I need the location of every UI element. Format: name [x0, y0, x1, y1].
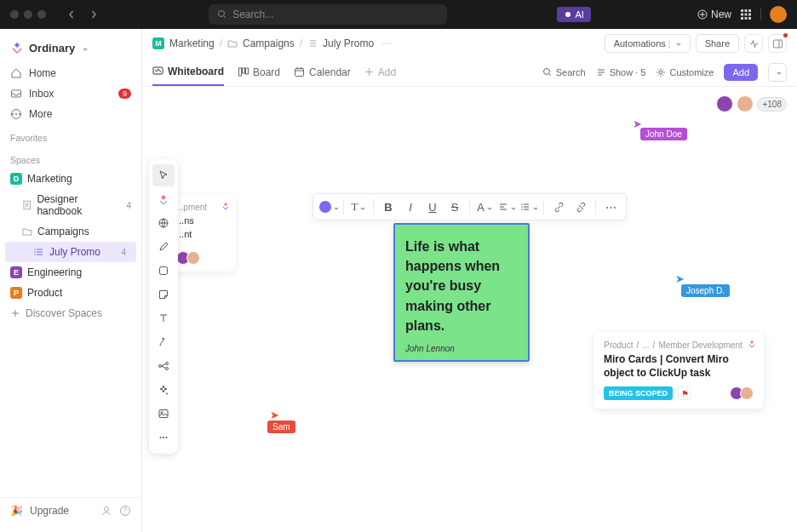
home-icon — [10, 67, 22, 79]
tool-sticky[interactable] — [152, 283, 175, 306]
svg-point-1 — [565, 12, 571, 17]
format-align[interactable] — [496, 197, 517, 217]
tool-shape[interactable] — [152, 260, 175, 282]
gear-icon — [656, 67, 666, 77]
customize-button[interactable]: Customize — [656, 67, 714, 77]
calendar-icon — [294, 66, 305, 77]
nav-home[interactable]: Home — [0, 63, 141, 83]
folder-designer-handbook[interactable]: Designer handbook 4 — [0, 189, 141, 221]
format-list[interactable] — [519, 197, 539, 217]
avatar[interactable] — [770, 6, 787, 23]
svg-point-40 — [163, 437, 164, 438]
tab-whiteboard[interactable]: Whiteboard — [152, 58, 224, 86]
space-icon: D — [10, 173, 22, 185]
tool-connector[interactable] — [152, 331, 175, 353]
tool-more[interactable] — [152, 426, 175, 449]
nav-more[interactable]: More — [0, 104, 141, 124]
card-title-1: ...ns — [176, 215, 227, 226]
format-typography[interactable]: T — [348, 197, 369, 217]
cursor-john: John Doe — [640, 128, 687, 140]
task-card-2[interactable]: Product/ .../ Member Development Miro Ca… — [593, 332, 764, 409]
apps-icon[interactable] — [740, 9, 752, 20]
svg-point-44 — [521, 209, 522, 209]
task-card[interactable]: ...pment ...ns ...nt — [168, 196, 236, 272]
tool-image[interactable] — [152, 403, 175, 425]
card-title-2: ...nt — [176, 229, 227, 239]
sticky-quote: Life is what happens when you're busy ma… — [405, 237, 518, 335]
folder-icon — [227, 38, 238, 49]
automations-button[interactable]: Automations | — [605, 34, 691, 53]
space-engineering[interactable]: E Engineering — [0, 262, 141, 283]
person-icon[interactable] — [100, 505, 112, 517]
tool-select[interactable] — [152, 164, 175, 186]
share-button[interactable]: Share — [696, 34, 739, 53]
sparkle-icon — [564, 10, 572, 19]
format-link[interactable] — [548, 197, 569, 217]
sidebar-footer: 🎉 Upgrade — [0, 497, 141, 523]
nav-inbox[interactable]: Inbox 9 — [0, 83, 141, 104]
tool-task[interactable] — [152, 188, 175, 210]
space-marketing[interactable]: D Marketing — [0, 169, 141, 189]
chevron-down-icon — [80, 42, 88, 54]
tool-ai[interactable] — [152, 379, 175, 401]
space-product[interactable]: P Product — [0, 283, 141, 303]
format-unlink[interactable] — [571, 197, 591, 217]
discover-spaces[interactable]: Discover Spaces — [0, 303, 141, 323]
forward-button[interactable] — [85, 6, 102, 23]
help-icon[interactable] — [119, 505, 131, 517]
divider — [760, 9, 761, 20]
folder-campaigns[interactable]: Campaigns — [0, 221, 141, 242]
tool-diagram[interactable] — [152, 355, 175, 377]
avatar — [740, 386, 754, 400]
new-button[interactable]: New — [697, 9, 731, 20]
svg-rect-37 — [159, 410, 168, 418]
add-button[interactable]: Add — [724, 64, 758, 81]
upgrade-button[interactable]: Upgrade — [30, 505, 69, 517]
tool-draw[interactable] — [152, 236, 175, 258]
cursor-joseph: Joseph D. — [681, 284, 730, 297]
tab-board[interactable]: Board — [238, 58, 280, 86]
show-button[interactable]: Show · 5 — [596, 67, 646, 77]
breadcrumb-more[interactable]: ⋯ — [382, 37, 393, 49]
panel-icon[interactable] — [768, 34, 787, 53]
format-textcolor[interactable]: A — [474, 197, 495, 217]
format-strike[interactable]: S — [444, 197, 465, 217]
svg-rect-25 — [153, 67, 163, 74]
window-dot[interactable] — [10, 10, 19, 19]
window-dot[interactable] — [37, 10, 46, 19]
flag-icon[interactable]: ⚑ — [678, 386, 691, 400]
tab-add[interactable]: Add — [364, 58, 396, 86]
activity-icon[interactable] — [744, 34, 763, 53]
breadcrumb-marketing[interactable]: Marketing — [169, 37, 215, 49]
avatar — [186, 251, 200, 265]
format-more[interactable]: ⋯ — [600, 197, 621, 217]
workspace-switcher[interactable]: Ordinary — [0, 37, 141, 63]
tab-calendar[interactable]: Calendar — [294, 58, 351, 86]
format-bold[interactable]: B — [378, 197, 398, 217]
sidebar: Ordinary Home Inbox 9 More Favorites Spa… — [0, 29, 142, 532]
svg-point-41 — [166, 437, 168, 438]
tool-web[interactable] — [152, 212, 175, 234]
canvas[interactable]: +108 ...pment ...ns ...nt — [142, 87, 797, 532]
search-button[interactable]: Search — [542, 67, 586, 77]
tool-text[interactable] — [152, 307, 175, 329]
format-underline[interactable]: U — [422, 197, 443, 217]
list-july-promo[interactable]: July Promo 4 — [5, 242, 136, 262]
add-dropdown[interactable] — [768, 63, 787, 82]
window-dot[interactable] — [24, 10, 32, 19]
sticky-note[interactable]: Life is what happens when you're busy ma… — [393, 223, 530, 362]
tabs: Whiteboard Board Calendar Add Search — [142, 58, 797, 87]
format-italic[interactable]: I — [400, 197, 421, 217]
back-button[interactable] — [63, 6, 80, 23]
format-color[interactable] — [318, 197, 339, 217]
avatar[interactable] — [716, 95, 733, 112]
avatar-more[interactable]: +108 — [757, 97, 787, 112]
ai-button[interactable]: AI — [557, 7, 590, 22]
search-input[interactable]: Search... — [209, 4, 447, 25]
svg-rect-10 — [744, 17, 747, 20]
breadcrumb-july-promo[interactable]: July Promo — [323, 37, 374, 49]
breadcrumb-campaigns[interactable]: Campaigns — [243, 37, 295, 49]
avatar[interactable] — [737, 95, 754, 112]
clickup-icon — [747, 339, 757, 349]
svg-point-39 — [160, 437, 162, 438]
